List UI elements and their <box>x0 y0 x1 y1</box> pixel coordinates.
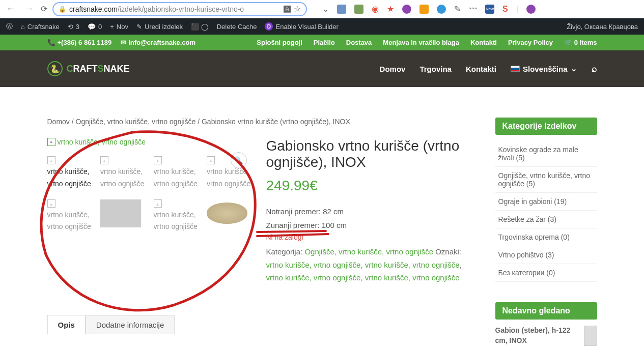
category-item[interactable]: Ograje in gabioni (19) <box>495 193 597 211</box>
product-price: 249.99€ <box>266 178 470 194</box>
extension-icon[interactable]: Nеw <box>485 5 494 14</box>
tag-link[interactable]: vrtno kurišče, vrtno ognjišče <box>266 273 361 282</box>
product-spec: Notranji premer: 82 cm <box>266 206 470 218</box>
top-info-bar: 📞 +(386) 6 861 1189 ✉ info@craftsnake.co… <box>0 35 644 50</box>
profile-avatar[interactable] <box>526 5 536 14</box>
phone-link[interactable]: 📞 +(386) 6 861 1189 <box>47 39 112 46</box>
tab-dodatne[interactable]: Dodatne informacije <box>86 315 175 334</box>
nav-domov[interactable]: Domov <box>380 65 406 73</box>
zoom-button[interactable]: 🔍 <box>231 152 247 168</box>
stock-status: Ni na zalogi <box>266 233 470 241</box>
recent-thumb-image <box>584 326 597 346</box>
extension-icon[interactable] <box>437 5 446 14</box>
main-product-image[interactable]: vrtno kurišče, vrtno ognjišče <box>47 138 251 146</box>
tag-link[interactable]: vrtno kurišče, vrtno ognjišče <box>365 273 460 282</box>
extension-icon[interactable]: ◉ <box>372 4 379 14</box>
gallery-thumb[interactable]: vrtno kurišče, vrtno ognjišče <box>47 199 92 234</box>
widget-title-recent: Nedavno gledano <box>495 302 597 320</box>
category-item[interactable]: Trgovinska oprema (0) <box>495 228 597 246</box>
back-button[interactable]: ← <box>4 2 17 16</box>
extension-icon[interactable]: 〰 <box>469 5 477 14</box>
wp-admin-bar: ⓦ ⌂ Craftsnake ⟲ 3 💬 0 + Nov ✎ Uredi izd… <box>0 18 644 35</box>
gallery-thumb[interactable]: vrtno kurišče, vrtno ognjišče <box>154 199 198 234</box>
wp-site-link[interactable]: ⌂ Craftsnake <box>21 23 60 31</box>
nav-kontakti[interactable]: Kontakti <box>466 65 496 73</box>
product-gallery: vrtno kurišče, vrtno ognjišče 🔍 vrtno ku… <box>47 138 251 284</box>
extension-icon[interactable]: ✎ <box>454 4 461 14</box>
extension-icon[interactable] <box>354 5 363 14</box>
nav-trgovina[interactable]: Trgovina <box>419 65 452 73</box>
separator: | <box>516 5 518 14</box>
url-text: craftsnake.com/izdelek/gabionsko-vrtno-k… <box>69 5 281 13</box>
main-nav: 🐍 CRAFTSNAKE Domov Trgovina Kontakti Slo… <box>0 50 644 87</box>
extension-icon[interactable] <box>419 5 429 14</box>
broken-image-icon <box>47 138 55 146</box>
wp-comments[interactable]: 💬 0 <box>88 23 102 31</box>
wp-logo-icon[interactable]: ⓦ <box>6 22 13 31</box>
category-item[interactable]: Vrtno pohištvo (3) <box>495 246 597 264</box>
bookmark-star-icon[interactable]: ☆ <box>294 4 301 14</box>
breadcrumb: Domov / Ognjišče, vrtno kurišče, vrtno o… <box>47 118 470 126</box>
category-item[interactable]: Kovinske ograde za male živali (5) <box>495 141 597 167</box>
reload-button[interactable]: ⟳ <box>41 4 47 14</box>
category-list: Kovinske ograde za male živali (5) Ognji… <box>495 141 597 282</box>
search-icon[interactable]: ⌕ <box>592 64 597 74</box>
language-selector[interactable]: Slovenščina ⌄ <box>511 64 577 73</box>
extension-icon[interactable]: ★ <box>387 4 394 14</box>
product-meta: Kategorija: Ognjišče, vrtno kurišče, vrt… <box>266 245 470 284</box>
chevron-down-icon: ⌄ <box>571 64 577 73</box>
site-logo[interactable]: 🐍 CRAFTSNAKE <box>47 61 130 76</box>
breadcrumb-home[interactable]: Domov <box>47 118 70 126</box>
cart-link[interactable]: 🛒 0 Items <box>564 39 597 46</box>
browser-toolbar: ← → ⟳ 🔒 craftsnake.com/izdelek/gabionsko… <box>0 0 644 18</box>
wp-divi[interactable]: D Enable Visual Builder <box>265 22 338 31</box>
topbar-link[interactable]: Privacy Policy <box>508 39 553 46</box>
tag-link[interactable]: vrtno kurišče, vrtno ognjišče <box>365 261 460 269</box>
translate-icon[interactable]: 🅰 <box>284 5 291 13</box>
product-tabs: Opis Dodatne informacije <box>47 315 470 334</box>
category-item[interactable]: Без категории (0) <box>495 264 597 282</box>
flag-icon <box>511 66 520 72</box>
wp-cache[interactable]: Delete Cache <box>217 23 257 31</box>
address-bar[interactable]: 🔒 craftsnake.com/izdelek/gabionsko-vrtno… <box>52 2 307 16</box>
lock-icon: 🔒 <box>59 6 66 13</box>
product-spec: Zunanji premer: 100 cm <box>266 220 470 232</box>
extension-icon[interactable] <box>337 5 346 14</box>
gallery-thumb[interactable]: vrtno kurišče, vrtno ognjišče <box>100 156 145 190</box>
email-link[interactable]: ✉ info@craftsnake.com <box>121 39 195 46</box>
breadcrumb-current: Gabionsko vrtno kurišče (vrtno ognjišče)… <box>202 118 350 126</box>
wp-edit[interactable]: ✎ Uredi izdelek <box>136 23 183 31</box>
widget-title-categories: Kategorije Izdelkov <box>495 118 597 135</box>
tab-opis[interactable]: Opis <box>47 315 86 334</box>
category-link[interactable]: Ognjišče, vrtno kurišče, vrtno ognjišče <box>304 247 433 256</box>
breadcrumb-cat[interactable]: Ognjišče, vrtno kurišče, vrtno ognjišče <box>76 118 196 126</box>
tag-link[interactable]: vrtno kurišče, vrtno ognjišče <box>266 261 361 269</box>
extension-icon[interactable] <box>402 5 411 14</box>
topbar-link[interactable]: Menjava in vračilo blaga <box>383 39 459 46</box>
topbar-link[interactable]: Splošni pogoji <box>257 39 302 46</box>
wp-new[interactable]: + Nov <box>110 23 128 31</box>
gallery-thumb[interactable] <box>207 199 251 234</box>
wp-yoast[interactable]: ⬛ ◯ <box>191 23 209 31</box>
gallery-thumb[interactable]: vrtno kurišče, vrtno ognjišče <box>47 156 92 190</box>
logo-icon: 🐍 <box>47 61 63 76</box>
forward-button[interactable]: → <box>22 2 36 16</box>
product-title: Gabionsko vrtno kurišče (vrtno ognjišče)… <box>266 138 470 170</box>
gallery-thumb[interactable]: vrtno kurišče, vrtno ognjišče <box>154 156 198 190</box>
wp-greeting[interactable]: Živjo, Оксана Кравцова <box>567 23 638 31</box>
category-item[interactable]: Ognjišče, vrtno kurišče, vrtno ognjišče … <box>495 167 597 193</box>
category-item[interactable]: Rešetke za žar (3) <box>495 211 597 228</box>
gallery-thumb[interactable] <box>100 199 145 234</box>
topbar-link[interactable]: Dostava <box>346 39 372 46</box>
pocket-icon[interactable]: ⌄ <box>322 4 329 14</box>
wp-updates[interactable]: ⟲ 3 <box>68 23 79 31</box>
extension-icon[interactable]: S <box>502 5 508 14</box>
recent-product[interactable]: Gabion (steber), h-122 cm, INOX <box>495 326 597 346</box>
topbar-link[interactable]: Kontakti <box>470 39 497 46</box>
topbar-link[interactable]: Plačilo <box>314 39 335 46</box>
